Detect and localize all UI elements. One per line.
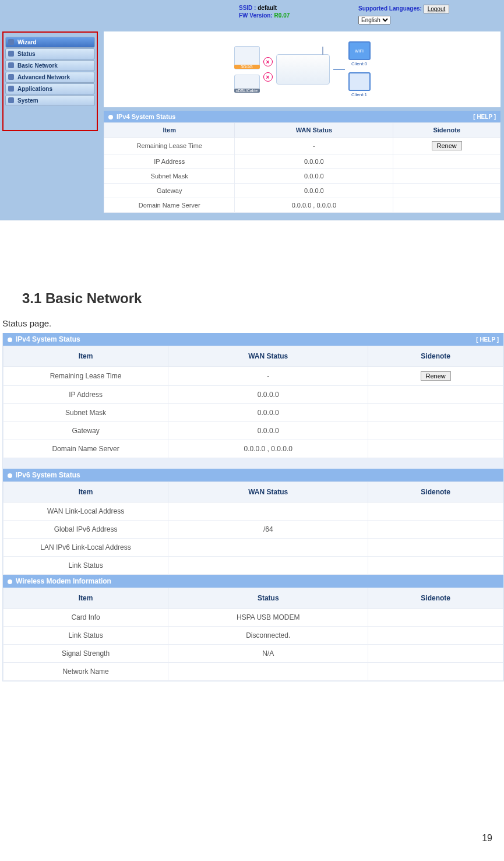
admin-header: SSID : default FW Version: R0.07 Support… (0, 0, 504, 29)
table-row: Signal StrengthN/A (3, 645, 503, 663)
table-row: Domain Name Server0.0.0.0 , 0.0.0.0 (3, 440, 503, 458)
ssid-label: SSID : (239, 5, 256, 11)
pc-client-icon (348, 72, 371, 91)
table-row: Link Status (3, 557, 503, 575)
section-heading: 3.1 Basic Network (22, 290, 504, 307)
table-row: Domain Name Server0.0.0.0 , 0.0.0.0 (104, 198, 501, 213)
table-row: WAN Link-Local Address (3, 502, 503, 521)
ssid-value: default (258, 5, 277, 11)
language-select[interactable]: English (358, 16, 390, 24)
fw-value: R0.07 (274, 12, 290, 19)
table-row: Global IPv6 Address/64 (3, 521, 503, 539)
sidebar-item-system[interactable]: System (5, 95, 95, 106)
table-row: Gateway0.0.0.0 (104, 184, 501, 198)
ipv4-panel-title-small: IPv4 System Status [ HELP ] (104, 111, 501, 122)
help-link[interactable]: [ HELP ] (473, 114, 496, 120)
table-row: LAN IPv6 Link-Local Address (3, 539, 503, 557)
modem-table: Item Status Sidenote Card InfoHSPA USB M… (3, 588, 503, 681)
page-number: 19 (0, 681, 504, 849)
network-topology: 3G/4G xDSL/Cable × × WIFI Client: (104, 31, 501, 107)
table-row: IP Address0.0.0.0 (104, 154, 501, 169)
lang-label: Supported Languages: (358, 5, 422, 12)
table-row: Link StatusDisconnected. (3, 627, 503, 645)
table-row: Remaining Lease Time - Renew (3, 367, 503, 386)
table-row: IP Address0.0.0.0 (3, 386, 503, 404)
table-row: Remaining Lease Time - Renew (104, 138, 501, 154)
ipv6-panel-title: IPv6 System Status (3, 469, 503, 482)
fw-label: FW Version: (239, 12, 273, 19)
renew-button[interactable]: Renew (421, 371, 451, 381)
sidebar-item-status[interactable]: Status (5, 48, 95, 59)
table-row: Subnet Mask0.0.0.0 (104, 169, 501, 184)
ipv4-table-small: Item WAN Status Sidenote Remaining Lease… (104, 122, 501, 213)
router-admin-screenshot: SSID : default FW Version: R0.07 Support… (0, 0, 504, 220)
table-row: Network Name (3, 663, 503, 681)
table-row: Subnet Mask0.0.0.0 (3, 404, 503, 422)
disconnect-icon: × (263, 72, 273, 82)
table-row: Card InfoHSPA USB MODEM (3, 609, 503, 627)
sidebar-item-basic-network[interactable]: Basic Network (5, 60, 95, 71)
modem-panel-title: Wireless Modem Information (3, 575, 503, 588)
link-line (333, 69, 345, 70)
help-link[interactable]: [ HELP ] (476, 336, 499, 343)
client0-label: Client:0 (348, 61, 371, 66)
sidebar-item-advanced-network[interactable]: Advanced Network (5, 72, 95, 83)
sidebar-item-wizard[interactable]: Wizard (5, 37, 95, 48)
wifi-client-icon: WIFI (348, 41, 371, 60)
ipv6-table: Item WAN Status Sidenote WAN Link-Local … (3, 482, 503, 575)
disconnect-icon: × (263, 57, 273, 66)
ipv4-panel-title: IPv4 System Status [ HELP ] (3, 333, 503, 346)
section-subtitle: Status page. (0, 318, 504, 328)
renew-button[interactable]: Renew (432, 141, 462, 150)
client1-label: Client:1 (348, 92, 371, 97)
logout-button[interactable]: Logout (424, 5, 450, 13)
table-row: Gateway0.0.0.0 (3, 422, 503, 440)
sidebar-item-applications[interactable]: Applications (5, 83, 95, 94)
router-icon (276, 54, 330, 85)
sidebar-highlight-box: Wizard Status Basic Network Advanced Net… (2, 31, 98, 131)
ipv4-table: Item WAN Status Sidenote Remaining Lease… (3, 346, 503, 458)
